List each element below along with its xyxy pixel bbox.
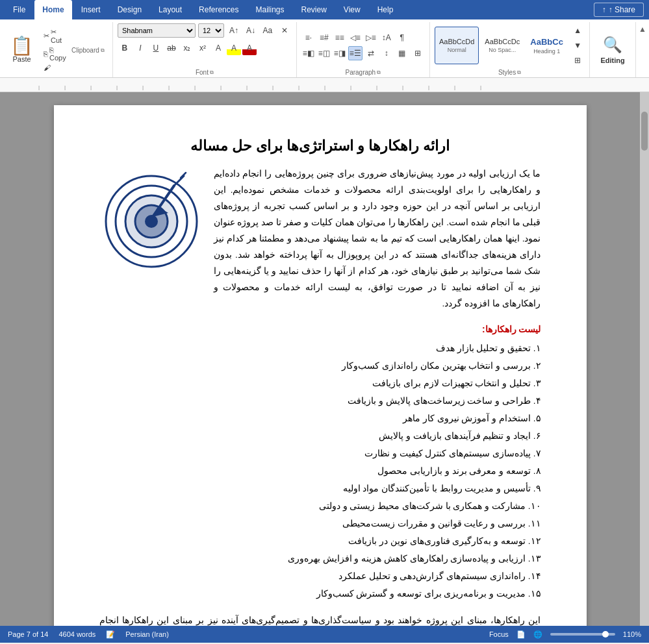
editing-group: 🔍 Editing: [590, 22, 635, 77]
list-item[interactable]: ۶. ایجاد و تنظیم فرآیندهای بازیافت و پال…: [99, 427, 541, 445]
justify-button[interactable]: ≡☰: [348, 46, 363, 60]
styles-group: AaBbCcDd Normal AaBbCcDc No Spac... AaBb…: [430, 22, 590, 77]
font-size-select[interactable]: 12: [198, 23, 224, 38]
align-right-button[interactable]: ≡◨: [333, 46, 347, 60]
list-item[interactable]: ۱۲. توسعه و به‌کارگیری فناوری‌های نوین د…: [99, 532, 541, 550]
word-count: 4604 words: [58, 630, 95, 638]
proofing-icon: 📝: [106, 630, 115, 639]
tab-view[interactable]: View: [336, 0, 368, 19]
tab-file[interactable]: File: [5, 0, 33, 19]
scrollbar-thumb[interactable]: [641, 112, 648, 151]
clear-formatting-button[interactable]: ✕: [277, 23, 292, 38]
list-item[interactable]: ۳. تحلیل و انتخاب تجهیزات لازم برای بازی…: [99, 375, 541, 392]
tab-help[interactable]: Help: [370, 0, 401, 19]
style-no-spacing[interactable]: AaBbCcDc No Spac...: [480, 27, 524, 64]
list-item[interactable]: ۲. بررسی و انتخاب بهترین مکان راه‌اندازی…: [99, 357, 541, 375]
tab-home[interactable]: Home: [34, 0, 71, 19]
borders-button[interactable]: ⊞: [411, 46, 425, 60]
decrease-indent-button[interactable]: ◁≡: [348, 31, 363, 45]
zoom-slider[interactable]: [550, 633, 615, 636]
align-center-button[interactable]: ≡◫: [317, 46, 331, 60]
font-group: Shabnam 12 A↑ A↓ Aa ✕ B I U ab x₂ x²: [113, 22, 297, 77]
list-section: لیست راهکارها: ۱. تحقیق و تحلیل بازار هد…: [99, 324, 541, 602]
tab-review[interactable]: Review: [293, 0, 334, 19]
tab-references[interactable]: References: [191, 0, 246, 19]
clipboard-group: 📋 Paste ✂ ✂ Cut ⎘ ⎘ Copy 🖌: [0, 22, 113, 77]
zoom-level[interactable]: 110%: [623, 630, 641, 638]
shading-button[interactable]: ▦: [395, 46, 409, 60]
ribbon-collapse-button[interactable]: ▲: [635, 22, 649, 77]
document-title[interactable]: ارائه راهکارها و استراتژی‌ها برای حل مسا…: [99, 138, 541, 155]
list-item[interactable]: ۱۳. ارزیابی و پیاده‌سازی راهکارهای کاهش …: [99, 550, 541, 567]
copy-button[interactable]: ⎘ ⎘ Copy: [41, 45, 69, 62]
cut-button[interactable]: ✂ ✂ Cut: [41, 27, 69, 45]
show-hide-button[interactable]: ¶: [395, 31, 409, 45]
list-item[interactable]: ۱۴. راه‌اندازی سیستم‌های گزارش‌دهی و تحل…: [99, 567, 541, 585]
bullets-button[interactable]: ≡·: [301, 31, 316, 45]
change-case-button[interactable]: Aa: [261, 23, 275, 38]
sort-button[interactable]: ↕A: [379, 31, 394, 45]
document-scroll[interactable]: ارائه راهکارها و استراتژی‌ها برای حل مسا…: [0, 92, 640, 626]
subscript-button[interactable]: x₂: [180, 41, 194, 55]
font-color-button[interactable]: A: [242, 41, 257, 55]
document-intro[interactable]: ما یک ارزیابی اولیه در مورد پیش‌نیازهای …: [214, 166, 541, 312]
view-mode-web-icon[interactable]: 🌐: [533, 630, 542, 639]
styles-expand[interactable]: ⊞: [570, 53, 585, 68]
target-image: [99, 166, 203, 270]
styles-scroll-down[interactable]: ▼: [570, 38, 585, 53]
collapse-icon: ▲: [639, 25, 646, 34]
italic-button[interactable]: I: [133, 41, 147, 55]
copy-icon: ⎘: [44, 50, 48, 58]
paste-label: Paste: [12, 55, 31, 63]
list-item[interactable]: ۱۰. مشارکت و همکاری با شرکت‌های محیط زیس…: [99, 497, 541, 515]
list-item[interactable]: ۱۱. بررسی و رعایت قوانین و مقررات زیست‌م…: [99, 515, 541, 532]
focus-button[interactable]: Focus: [489, 630, 509, 638]
bold-button[interactable]: B: [118, 41, 132, 55]
list-item[interactable]: ۹. تأسیس و مدیریت روابط با تأمین‌کنندگان…: [99, 480, 541, 497]
list-item[interactable]: ۱۵. مدیریت و برنامه‌ریزی برای توسعه و گس…: [99, 585, 541, 602]
font-expand-icon[interactable]: ⧉: [210, 69, 214, 76]
text-highlight-button[interactable]: A: [227, 41, 241, 55]
paste-button[interactable]: 📋 Paste: [5, 34, 38, 66]
font-grow-button[interactable]: A↑: [227, 23, 241, 38]
list-item[interactable]: ۸. توسعه و معرفی برند و بازاریابی محصول: [99, 462, 541, 480]
closing-paragraph[interactable]: این راهکارها، مبنای این پروژه خواهند بود…: [99, 613, 541, 626]
superscript-button[interactable]: x²: [196, 41, 210, 55]
rtl-button[interactable]: ⇄: [364, 46, 378, 60]
paste-icon: 📋: [10, 37, 33, 55]
view-mode-print-icon[interactable]: 📄: [516, 630, 526, 639]
styles-scroll-up[interactable]: ▲: [570, 23, 585, 38]
paragraph-group: ≡· ≡# ≡≡ ◁≡ ▷≡ ↕A ¶ ≡◧ ≡◫ ≡◨ ≡☰ ⇄: [297, 22, 430, 77]
numbering-button[interactable]: ≡#: [317, 31, 331, 45]
list-item[interactable]: ۴. طراحی و ساخت زیرساخت‌های پالایش و باز…: [99, 392, 541, 410]
vertical-scrollbar[interactable]: [640, 92, 649, 626]
tab-insert[interactable]: Insert: [73, 0, 108, 19]
tab-mailings[interactable]: Mailings: [248, 0, 292, 19]
list-item[interactable]: ۵. استخدام و آموزش نیروی کار ماهر: [99, 410, 541, 427]
tab-layout[interactable]: Layout: [151, 0, 190, 19]
document-page: ارائه راهکارها و استراتژی‌ها برای حل مسا…: [54, 105, 587, 626]
font-shrink-button[interactable]: A↓: [244, 23, 258, 38]
text-effects-button[interactable]: A: [211, 41, 225, 55]
zoom-thumb[interactable]: [602, 631, 609, 638]
editing-label: Editing: [600, 56, 624, 64]
ruler: | | | | | | | | | | | | | | | | | |: [0, 78, 649, 92]
paragraph-expand-icon[interactable]: ⧉: [377, 69, 381, 76]
underline-button[interactable]: U: [149, 41, 163, 55]
format-painter-button[interactable]: 🖌: [41, 63, 69, 72]
styles-expand-icon[interactable]: ⧉: [517, 69, 521, 76]
strikethrough-button[interactable]: ab: [164, 41, 179, 55]
multilevel-list-button[interactable]: ≡≡: [333, 31, 347, 45]
increase-indent-button[interactable]: ▷≡: [364, 31, 378, 45]
list-item[interactable]: ۷. پیاده‌سازی سیستم‌های کنترل کیفیت و نظ…: [99, 445, 541, 462]
font-name-select[interactable]: Shabnam: [118, 23, 196, 38]
align-left-button[interactable]: ≡◧: [301, 46, 316, 60]
tab-design[interactable]: Design: [110, 0, 149, 19]
style-normal[interactable]: AaBbCcDd Normal: [435, 27, 479, 64]
line-spacing-button[interactable]: ↕: [379, 46, 394, 60]
list-item[interactable]: ۱. تحقیق و تحلیل بازار هدف: [99, 340, 541, 357]
cut-icon: ✂: [44, 32, 49, 40]
share-button[interactable]: ↑ ↑ Share: [594, 3, 644, 17]
clipboard-expand-icon[interactable]: ⧉: [101, 47, 105, 54]
style-heading1[interactable]: AaBbCc Heading 1: [526, 27, 568, 64]
